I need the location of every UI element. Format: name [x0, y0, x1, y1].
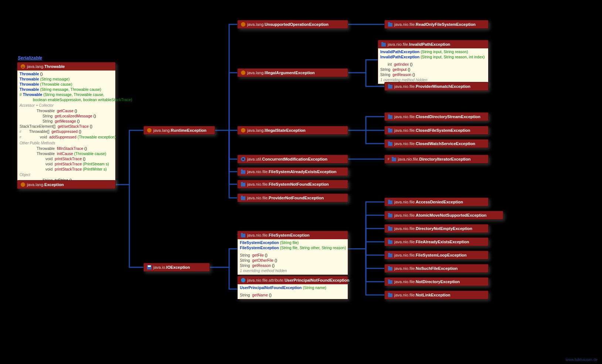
svg-rect-21 [388, 22, 390, 23]
svg-rect-17 [241, 234, 245, 237]
package-icon [241, 169, 246, 174]
svg-rect-33 [392, 157, 394, 158]
class-readonly-fs: java.nio.file.ReadOnlyFileSystemExceptio… [384, 20, 489, 29]
svg-point-10 [242, 158, 244, 160]
svg-rect-43 [388, 253, 390, 254]
throwable-body: Throwable () Throwable (String message) … [17, 71, 115, 184]
class-atomic-move: java.nio.file.AtomicMoveNotSupportedExce… [384, 211, 503, 220]
svg-rect-25 [388, 84, 390, 85]
circle-icon [241, 278, 246, 283]
svg-rect-32 [392, 158, 396, 161]
class-dir-not-empty: java.nio.file.DirectoryNotEmptyException [384, 224, 489, 233]
svg-point-7 [241, 71, 245, 75]
class-ioexception: java.io.IOException [143, 263, 210, 272]
svg-rect-23 [381, 42, 383, 43]
svg-rect-16 [241, 196, 243, 197]
svg-rect-12 [241, 169, 243, 171]
package-icon [241, 195, 246, 200]
class-icon [20, 64, 25, 69]
svg-rect-14 [241, 182, 243, 183]
svg-rect-46 [388, 280, 392, 284]
package-icon [388, 279, 393, 284]
package-icon [241, 233, 246, 238]
class-runtime-exception: java.lang.RuntimeException [143, 126, 215, 135]
svg-point-8 [241, 128, 245, 133]
package-icon [241, 182, 246, 187]
package-icon [388, 226, 393, 231]
watermark: www.falkhausen.de [566, 358, 598, 362]
svg-rect-48 [388, 293, 392, 297]
svg-rect-28 [388, 129, 392, 133]
svg-point-2 [21, 182, 25, 187]
class-fs-loop: java.nio.file.FileSystemLoopException [384, 251, 489, 260]
svg-rect-24 [388, 85, 392, 89]
svg-rect-38 [388, 227, 392, 231]
class-not-link: java.nio.file.NotLinkException [384, 291, 489, 299]
class-access-denied: java.nio.file.AccessDeniedException [384, 198, 489, 206]
package-icon [388, 141, 393, 146]
class-provider-not-found: java.nio.file.ProviderNotFoundException [237, 193, 348, 202]
svg-point-19 [241, 278, 245, 282]
class-fs-already-exists: java.nio.file.FileSystemAlreadyExistsExc… [237, 167, 348, 176]
package-icon [388, 114, 393, 119]
package-icon [388, 292, 393, 298]
package-icon [388, 213, 393, 218]
svg-rect-22 [381, 43, 386, 47]
svg-rect-37 [388, 213, 390, 214]
class-not-directory: java.nio.file.NotDirectoryException [384, 277, 489, 286]
class-unsupported-operation: java.lang.UnsupportedOperationException [237, 20, 348, 29]
class-throwable-header: java.lang.Throwable [17, 62, 115, 71]
class-fs-not-found: java.nio.file.FileSystemNotFoundExceptio… [237, 180, 348, 189]
package-icon [391, 157, 397, 162]
class-icon [147, 128, 152, 133]
svg-rect-42 [388, 254, 392, 257]
class-closed-dir-stream: java.nio.file.ClosedDirectoryStreamExcep… [384, 112, 489, 121]
gear-icon [241, 157, 246, 162]
svg-rect-1 [22, 67, 24, 68]
svg-rect-20 [388, 23, 392, 27]
class-illegal-argument: java.lang.IllegalArgumentException [237, 68, 348, 77]
svg-rect-27 [388, 114, 390, 116]
svg-rect-36 [388, 214, 392, 217]
svg-point-3 [147, 128, 152, 133]
class-concurrent-modification: java.util.ConcurrentModificationExceptio… [237, 155, 348, 164]
svg-rect-29 [388, 128, 390, 129]
svg-rect-13 [241, 183, 245, 186]
class-icon [241, 22, 246, 27]
svg-rect-26 [388, 115, 392, 119]
class-throwable: java.lang.Throwable Throwable () Throwab… [17, 62, 116, 185]
svg-rect-34 [388, 200, 392, 204]
package-icon [388, 199, 393, 205]
class-illegal-state: java.lang.IllegalStateException [237, 126, 348, 135]
svg-rect-35 [388, 200, 390, 201]
class-closed-watch: java.nio.file.ClosedWatchServiceExceptio… [384, 139, 489, 148]
save-icon [147, 265, 152, 270]
svg-rect-40 [388, 240, 392, 244]
class-icon [241, 70, 246, 75]
svg-rect-5 [148, 265, 151, 267]
class-dir-iterator: Fjava.nio.file.DirectoryIteratorExceptio… [384, 155, 489, 164]
package-icon [388, 266, 393, 271]
class-user-principal-not-found: java.nio.file.attribute.UserPrincipalNot… [237, 276, 348, 299]
class-provider-mismatch: java.nio.file.ProviderMismatchException [384, 82, 489, 91]
class-icon [241, 128, 246, 133]
package-icon [388, 128, 393, 133]
svg-rect-11 [241, 170, 245, 174]
svg-rect-49 [388, 293, 390, 294]
svg-rect-18 [241, 233, 243, 234]
svg-point-0 [21, 64, 25, 69]
class-no-such-file: java.nio.file.NoSuchFileException [384, 264, 489, 273]
class-filesystem-exception: java.nio.file.FileSystemException FileSy… [237, 231, 348, 275]
class-invalid-path: java.nio.file.InvalidPathException Inval… [378, 40, 489, 84]
class-file-already-exists: java.nio.file.FileAlreadyExistsException [384, 237, 489, 246]
svg-rect-15 [241, 196, 245, 200]
svg-rect-47 [388, 279, 390, 281]
class-closed-fs: java.nio.file.ClosedFileSystemException [384, 126, 489, 135]
svg-rect-31 [388, 141, 390, 142]
class-exception: java.lang.Exception [17, 180, 116, 189]
interface-serializable: Serializable [18, 55, 42, 61]
svg-rect-41 [388, 240, 390, 241]
svg-rect-44 [388, 267, 392, 271]
svg-rect-45 [388, 266, 390, 267]
package-icon [388, 253, 393, 258]
